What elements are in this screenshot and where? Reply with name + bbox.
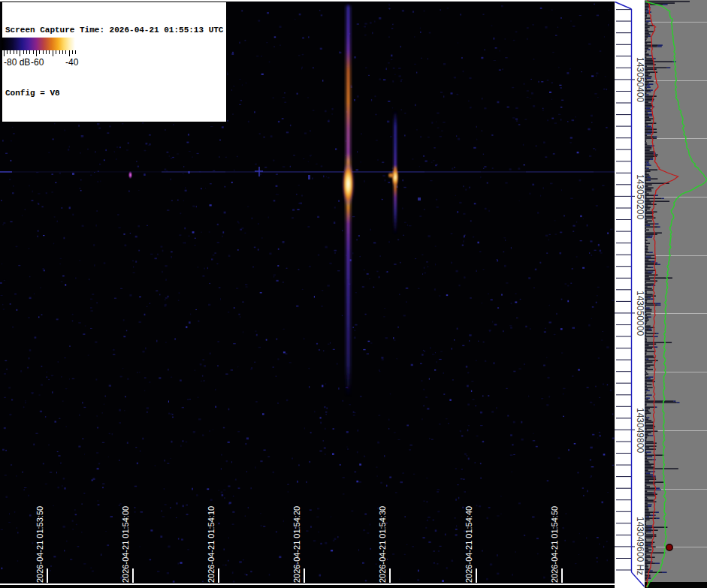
- noise-speckle: [159, 378, 161, 379]
- noise-speckle: [600, 50, 602, 52]
- noise-speckle: [135, 447, 137, 448]
- time-axis-tick: [47, 568, 48, 583]
- noise-speckle: [435, 246, 437, 246]
- noise-speckle: [555, 35, 557, 36]
- noise-speckle: [179, 234, 181, 236]
- time-axis-label: 2026-04-21 01:53:50: [35, 506, 45, 583]
- noise-speckle: [278, 121, 279, 122]
- noise-speckle: [276, 532, 277, 533]
- noise-speckle: [420, 28, 421, 29]
- noise-speckle: [594, 250, 597, 251]
- noise-speckle: [377, 159, 379, 161]
- noise-speckle: [390, 136, 392, 137]
- noise-speckle: [232, 523, 234, 525]
- noise-speckle: [5, 153, 8, 154]
- noise-speckle: [210, 183, 212, 184]
- noise-speckle: [501, 5, 503, 7]
- noise-speckle: [264, 167, 267, 167]
- colorbar-tick: [75, 50, 76, 54]
- colorbar-tick: [39, 50, 40, 54]
- baseline-signal: [162, 171, 225, 173]
- noise-speckle: [323, 350, 325, 351]
- noise-speckle: [126, 149, 128, 150]
- noise-speckle: [563, 527, 564, 529]
- noise-speckle: [243, 331, 243, 333]
- noise-speckle: [292, 218, 294, 219]
- noise-speckle: [422, 273, 423, 274]
- noise-speckle: [264, 450, 266, 451]
- noise-speckle: [35, 336, 37, 338]
- noise-speckle: [515, 293, 516, 294]
- noise-speckle: [570, 68, 571, 70]
- noise-speckle: [248, 507, 249, 508]
- noise-speckle: [217, 365, 219, 366]
- noise-speckle: [298, 203, 301, 204]
- noise-speckle: [452, 167, 453, 170]
- noise-speckle: [45, 484, 47, 484]
- noise-speckle: [236, 288, 238, 289]
- noise-speckle: [431, 122, 433, 124]
- noise-speckle: [261, 56, 262, 56]
- noise-speckle: [64, 550, 65, 551]
- noise-speckle: [602, 502, 603, 504]
- noise-speckle: [127, 442, 128, 444]
- noise-speckle: [239, 42, 240, 44]
- noise-speckle: [75, 514, 77, 516]
- noise-speckle: [449, 400, 451, 401]
- noise-speckle: [439, 295, 441, 296]
- noise-speckle: [590, 402, 592, 403]
- noise-speckle: [134, 486, 137, 487]
- noise-speckle: [264, 137, 265, 138]
- noise-speckle: [29, 297, 32, 300]
- noise-speckle: [205, 188, 206, 188]
- noise-speckle: [261, 74, 264, 75]
- noise-speckle: [146, 143, 148, 145]
- noise-speckle: [476, 270, 477, 272]
- noise-speckle: [538, 81, 539, 83]
- noise-speckle: [575, 563, 576, 564]
- noise-speckle: [242, 84, 243, 86]
- noise-speckle: [382, 161, 384, 163]
- noise-speckle: [561, 352, 563, 353]
- noise-speckle: [545, 328, 546, 330]
- noise-speckle: [204, 365, 206, 367]
- noise-speckle: [379, 276, 380, 279]
- noise-speckle: [328, 344, 330, 345]
- noise-speckle: [144, 314, 146, 315]
- noise-speckle: [492, 167, 494, 169]
- noise-speckle: [497, 573, 499, 575]
- noise-speckle: [282, 97, 285, 98]
- noise-speckle: [322, 80, 323, 81]
- noise-speckle: [171, 158, 173, 159]
- noise-speckle: [72, 378, 74, 379]
- noise-speckle: [119, 146, 121, 148]
- noise-speckle: [273, 472, 274, 474]
- noise-speckle: [231, 90, 232, 91]
- noise-speckle: [365, 314, 367, 315]
- noise-speckle: [505, 240, 506, 241]
- noise-speckle: [600, 250, 602, 252]
- noise-speckle: [326, 176, 327, 177]
- noise-speckle: [525, 326, 527, 327]
- noise-speckle: [171, 200, 173, 201]
- noise-speckle: [401, 79, 403, 80]
- noise-speckle: [587, 387, 589, 388]
- noise-speckle: [435, 529, 437, 532]
- noise-speckle: [334, 222, 335, 224]
- colorbar-tick: [65, 50, 66, 54]
- noise-speckle: [183, 505, 184, 507]
- noise-speckle: [56, 318, 59, 320]
- noise-speckle: [515, 119, 518, 120]
- noise-speckle: [561, 299, 563, 300]
- noise-speckle: [497, 101, 499, 104]
- noise-speckle: [480, 176, 481, 178]
- noise-speckle: [96, 452, 98, 454]
- noise-speckle: [298, 55, 301, 56]
- noise-speckle: [388, 182, 390, 183]
- noise-speckle: [543, 577, 545, 579]
- noise-speckle: [500, 496, 501, 496]
- noise-speckle: [168, 401, 169, 403]
- colorbar-tick: [43, 50, 44, 54]
- noise-speckle: [237, 431, 240, 433]
- noise-speckle: [83, 333, 85, 335]
